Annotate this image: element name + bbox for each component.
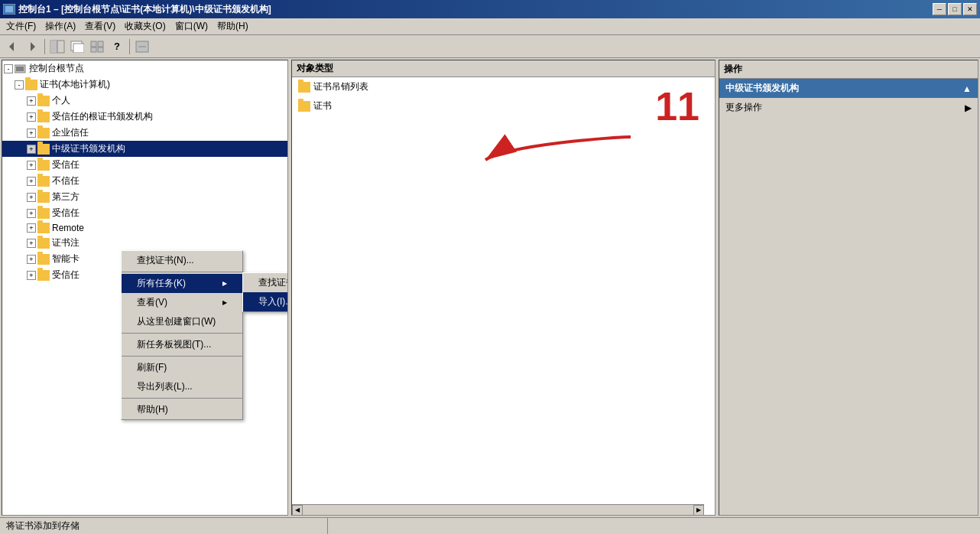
actions-section-arrow: ▲	[962, 83, 972, 94]
toolbar-separator-1	[44, 39, 45, 54]
trusted1-expand[interactable]: +	[27, 161, 36, 170]
tree-item-trusted-root[interactable]: + 受信任的根证书颁发机构	[2, 109, 287, 125]
help-button[interactable]: ?	[108, 37, 126, 56]
content-header: 对象类型	[292, 60, 715, 77]
minimize-button[interactable]: ─	[933, 3, 946, 15]
toolbar-separator-2	[129, 39, 130, 54]
root-expand-icon[interactable]: -	[4, 64, 13, 73]
content-item-cert[interactable]: 证书	[292, 96, 715, 116]
trusted1-folder-icon	[37, 160, 50, 171]
status-bar: 将证书添加到存储	[0, 517, 980, 534]
third-party-expand[interactable]: +	[27, 193, 36, 202]
actions-section: 中级证书颁发机构 ▲	[719, 79, 978, 98]
untrusted-folder-icon	[37, 176, 50, 187]
trusted-root-label: 受信任的根证书颁发机构	[52, 110, 153, 123]
ctx-find-cert[interactable]: 查找证书(N)...	[122, 251, 242, 270]
cert-reg-label: 证书注	[52, 236, 80, 249]
tree-item-intermediate-ca[interactable]: + 中级证书颁发机构	[2, 141, 287, 157]
smart-expand[interactable]: +	[27, 255, 36, 264]
remote-folder-icon	[37, 223, 50, 233]
enterprise-trust-folder-icon	[37, 128, 50, 138]
scroll-right-btn[interactable]: ▶	[693, 505, 704, 516]
ctx-create-window[interactable]: 从这里创建窗口(W)	[122, 312, 242, 331]
scroll-track[interactable]	[303, 505, 693, 516]
close-button[interactable]: ✕	[963, 3, 977, 15]
ctx-sep2	[122, 333, 242, 334]
new-window-button[interactable]	[68, 37, 86, 56]
cert-local-expand[interactable]: -	[15, 80, 24, 90]
maximize-button[interactable]: □	[948, 3, 962, 15]
menu-view[interactable]: 查看(V)	[80, 18, 120, 34]
submenu-import[interactable]: 导入(I)...	[243, 292, 288, 311]
enterprise-trust-expand[interactable]: +	[27, 129, 36, 138]
tree-item-untrusted[interactable]: + 不信任	[2, 173, 287, 189]
tree-item-cert-local[interactable]: - 证书(本地计算机)	[2, 77, 287, 93]
tree-item-enterprise-trust[interactable]: + 企业信任	[2, 125, 287, 141]
ctx-refresh[interactable]: 刷新(F)	[122, 358, 242, 377]
svg-rect-5	[50, 41, 57, 53]
scroll-left-btn[interactable]: ◀	[292, 505, 303, 516]
actions-more[interactable]: 更多操作 ▶	[719, 98, 978, 117]
app-icon	[3, 4, 15, 15]
third-party-folder-icon	[37, 192, 50, 203]
remote-expand[interactable]: +	[27, 223, 36, 233]
intermediate-ca-expand[interactable]: +	[27, 145, 36, 154]
title-text: 控制台1 – [控制台根节点\证书(本地计算机)\中级证书颁发机构]	[18, 3, 271, 16]
content-panel: 对象类型 证书吊销列表 证书 ◀ ▶ 11	[291, 60, 716, 516]
ctx-all-tasks[interactable]: 所有任务(K) ▶	[122, 274, 242, 293]
title-bar-left: 控制台1 – [控制台根节点\证书(本地计算机)\中级证书颁发机构]	[3, 3, 271, 16]
crl-folder-icon	[298, 82, 310, 93]
trusted2-expand[interactable]: +	[27, 209, 36, 218]
trusted-root-expand[interactable]: +	[27, 112, 36, 122]
actions-more-arrow: ▶	[965, 103, 972, 113]
status-section-3	[653, 518, 977, 534]
tree-panel: - 控制台根节点 - 证书(本地计算机) + 个人 + 受信任的根证书颁发机构	[2, 60, 288, 516]
menu-window[interactable]: 窗口(W)	[170, 18, 213, 34]
tree-item-trusted1[interactable]: + 受信任	[2, 157, 287, 173]
tree-item-remote[interactable]: + Remote	[2, 221, 287, 235]
svg-rect-6	[57, 41, 64, 53]
menu-bar: 文件(F) 操作(A) 查看(V) 收藏夹(O) 窗口(W) 帮助(H)	[0, 18, 980, 35]
submenu-find-cert[interactable]: 查找证书(N)...	[243, 273, 288, 292]
intermediate-ca-label: 中级证书颁发机构	[52, 142, 125, 155]
cert-label: 证书	[313, 99, 332, 112]
toolbar: ?	[0, 35, 980, 58]
custom-button[interactable]	[133, 37, 151, 56]
cert-local-folder-icon	[25, 80, 37, 90]
view1-button[interactable]	[88, 37, 106, 56]
show-hide-button[interactable]	[48, 37, 67, 56]
cert-reg-expand[interactable]: +	[27, 239, 36, 248]
trusted3-expand[interactable]: +	[27, 271, 36, 280]
tree-item-cert-reg[interactable]: + 证书注	[2, 235, 287, 251]
actions-more-label: 更多操作	[725, 101, 762, 114]
tree-item-personal[interactable]: + 个人	[2, 93, 287, 109]
crl-label: 证书吊销列表	[313, 80, 368, 93]
tree-item-third-party[interactable]: + 第三方	[2, 189, 287, 205]
tree-root[interactable]: - 控制台根节点	[2, 60, 287, 77]
svg-rect-11	[91, 47, 96, 52]
personal-expand[interactable]: +	[27, 96, 36, 106]
menu-action[interactable]: 操作(A)	[41, 18, 80, 34]
menu-help[interactable]: 帮助(H)	[213, 18, 253, 34]
menu-favorites[interactable]: 收藏夹(O)	[120, 18, 170, 34]
content-item-crl[interactable]: 证书吊销列表	[292, 77, 715, 96]
svg-rect-12	[98, 47, 103, 52]
untrusted-expand[interactable]: +	[27, 177, 36, 186]
actions-header: 操作	[719, 60, 978, 79]
content-scrollbar-h: ◀ ▶	[292, 504, 704, 515]
svg-rect-8	[73, 44, 84, 53]
menu-file[interactable]: 文件(F)	[2, 18, 41, 34]
title-bar: 控制台1 – [控制台根节点\证书(本地计算机)\中级证书颁发机构] ─ □ ✕	[0, 0, 980, 18]
ctx-sep4	[122, 398, 242, 399]
ctx-view[interactable]: 查看(V) ▶	[122, 293, 242, 312]
tree-root-label: 控制台根节点	[29, 62, 84, 75]
all-tasks-arrow: ▶	[222, 280, 227, 287]
ctx-help[interactable]: 帮助(H)	[122, 400, 242, 419]
untrusted-label: 不信任	[52, 174, 80, 187]
ctx-export-list[interactable]: 导出列表(L)...	[122, 377, 242, 396]
back-button[interactable]	[3, 37, 21, 56]
tree-item-trusted2[interactable]: + 受信任	[2, 205, 287, 221]
ctx-new-taskpad[interactable]: 新任务板视图(T)...	[122, 335, 242, 354]
personal-folder-icon	[37, 96, 50, 106]
forward-button[interactable]	[23, 37, 41, 56]
